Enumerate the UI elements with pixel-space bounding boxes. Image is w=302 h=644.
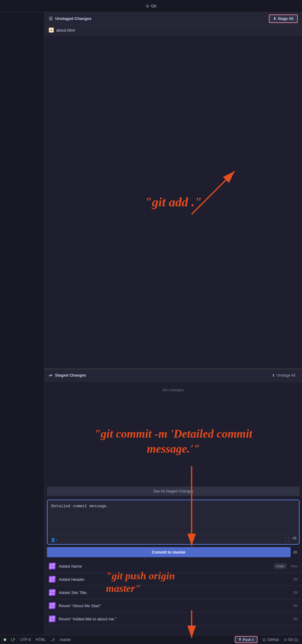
history-commit-icon-1	[49, 576, 56, 583]
history-item-1[interactable]: Added Header. 3M	[45, 573, 302, 586]
history-item-4[interactable]: Revert "Added title to about me." 3M	[45, 612, 302, 626]
staged-header: ⇌ Staged Changes ⬆ Unstage All	[45, 369, 302, 381]
stage-all-label: Stage All	[278, 17, 293, 21]
history-item-2[interactable]: Added Site Title. 3M	[45, 586, 302, 599]
status-indicator	[4, 638, 6, 641]
stage-all-button[interactable]: ⬇ Stage All	[269, 14, 298, 23]
history-commit-icon-3	[49, 602, 56, 609]
line-ending: LF	[11, 638, 15, 642]
title-bar: ⊙ Git	[0, 0, 302, 12]
file-encoding: UTF-8	[20, 638, 31, 642]
sidebar	[0, 12, 45, 644]
history-commit-icon-0	[49, 563, 56, 569]
history-time-3: 3M	[293, 604, 298, 608]
content-area: ☰ Unstaged Changes ⬇ Stage All ● about.h…	[45, 12, 302, 644]
main-layout: ☰ Unstaged Changes ⬇ Stage All ● about.h…	[0, 12, 302, 644]
commit-char-count: 48	[292, 500, 299, 544]
unstaged-label: ☰ Unstaged Changes	[49, 16, 91, 21]
staged-title: Staged Changes	[55, 373, 86, 378]
history-item-3[interactable]: Revert "About Me Start" 3M	[45, 599, 302, 612]
push-button[interactable]: ⬆ Push 1	[235, 636, 257, 643]
title-bar-title: Git	[151, 4, 156, 8]
history-commit-icon-2	[49, 589, 56, 596]
no-changes-text: No changes	[45, 381, 302, 398]
history-commit-icon-4	[49, 615, 56, 622]
unstaged-file-item[interactable]: ● about.html	[45, 25, 302, 35]
git-status[interactable]: ⊙ Git (1)	[284, 638, 298, 642]
file-name: about.html	[56, 28, 75, 33]
git-status-label: Git (1)	[288, 638, 298, 642]
github-label: GitHub	[267, 638, 279, 642]
git-icon: ⊙	[146, 4, 149, 8]
git-commit-annotation: "git commit -m 'Detailed commit message.…	[94, 426, 253, 457]
unstage-all-label: Unstage All	[277, 373, 295, 378]
commit-button[interactable]: Commit to master	[47, 547, 291, 557]
unstaged-title: Unstaged Changes	[55, 16, 91, 21]
branch-name: master	[60, 638, 71, 642]
history-item-1-wrapper: Added Header. 3M "git push origin master…	[45, 573, 302, 586]
history-item-0[interactable]: Added Name Undo Now	[45, 560, 302, 573]
branch-icon: ⎇	[51, 638, 55, 642]
file-modified-icon: ●	[49, 28, 54, 33]
status-bar: LF UTF-8 HTML ⎇ master ⬆ Push 1 ⊙ GitHub…	[0, 635, 302, 644]
history-time-0: Now	[291, 564, 298, 568]
git-commit-annotation-area: "git commit -m 'Detailed commit message.…	[45, 398, 302, 484]
commit-button-row: Commit to master 48	[47, 547, 300, 557]
stage-all-icon: ⬇	[273, 17, 276, 21]
push-label: Push 1	[243, 638, 254, 642]
history-time-1: 3M	[293, 577, 298, 581]
expand-commit-icon[interactable]: ⛶	[285, 537, 289, 542]
git-status-icon: ⊙	[284, 638, 287, 642]
history-time-4: 3M	[293, 617, 298, 621]
github-status[interactable]: ⊙ GitHub	[262, 637, 279, 642]
undo-button-0[interactable]: Undo	[274, 563, 287, 569]
history-list: Added Name Undo Now Added Header. 3M	[45, 560, 302, 626]
unstage-all-button[interactable]: ⬆ Unstage All	[269, 372, 298, 379]
history-msg-3: Revert "About Me Start"	[59, 604, 290, 608]
history-msg-1: Added Header.	[59, 577, 290, 582]
history-msg-4: Revert "Added title to about me."	[59, 617, 290, 621]
see-all-staged-button[interactable]: See All Staged Changes	[47, 487, 300, 496]
list-icon: ☰	[49, 16, 53, 21]
github-icon: ⊙	[262, 637, 266, 642]
commit-message-input[interactable]	[48, 500, 292, 534]
add-coauthor-icon[interactable]: 👤+	[51, 538, 58, 542]
push-icon: ⬆	[238, 638, 241, 642]
git-add-annotation-area: "git add ."	[45, 35, 302, 369]
staged-label: ⇌ Staged Changes	[49, 373, 86, 378]
unstage-icon: ⬆	[272, 373, 275, 378]
history-msg-2: Added Site Title.	[59, 590, 290, 595]
title-bar-content: ⊙ Git	[146, 4, 156, 8]
history-msg-0: Added Name	[59, 564, 271, 569]
staged-list-icon: ⇌	[49, 373, 52, 378]
commit-staged-count: 48	[293, 550, 297, 554]
unstaged-header: ☰ Unstaged Changes ⬇ Stage All	[45, 12, 302, 25]
commit-textarea-footer: 👤+ ⛶	[48, 535, 292, 544]
commit-inner: 👤+ ⛶	[48, 500, 292, 544]
history-time-2: 3M	[293, 591, 298, 594]
git-add-annotation: "git add ."	[145, 195, 202, 209]
commit-area: 👤+ ⛶ 48	[47, 500, 300, 545]
file-language: HTML	[36, 638, 46, 642]
